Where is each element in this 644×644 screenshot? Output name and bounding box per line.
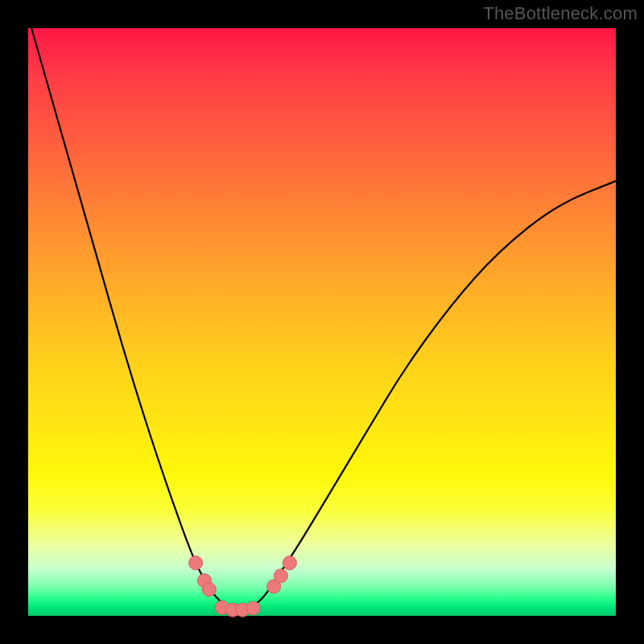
curve-marker (283, 556, 296, 570)
curve-marker (202, 583, 216, 597)
curve-marker (274, 569, 287, 583)
curve-marker (246, 601, 260, 615)
marker-group (189, 556, 297, 617)
chart-svg (28, 28, 616, 616)
bottleneck-curve (28, 16, 616, 609)
chart-frame: TheBottleneck.com (0, 0, 644, 644)
plot-area (28, 28, 616, 616)
curve-marker (189, 556, 203, 570)
watermark-text: TheBottleneck.com (483, 3, 638, 24)
